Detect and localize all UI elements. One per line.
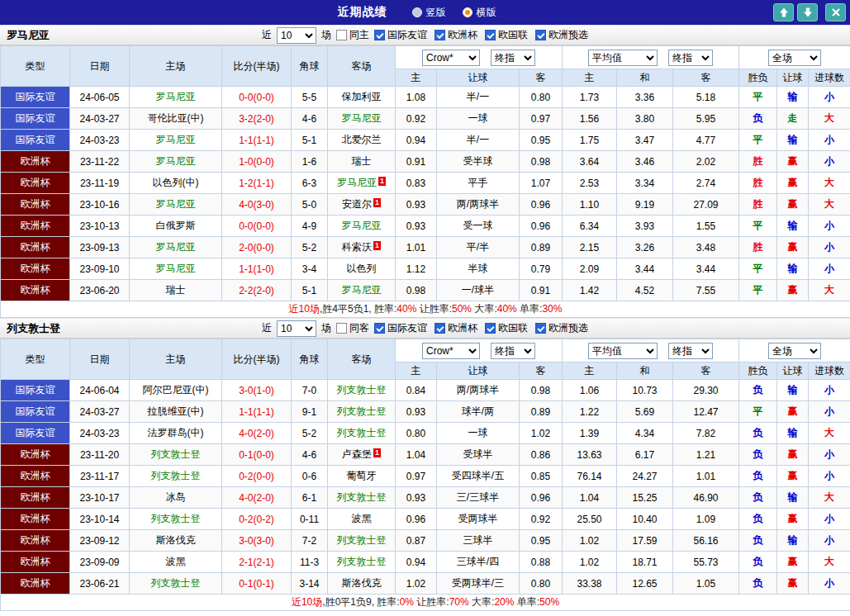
checkbox-checked-icon[interactable] bbox=[535, 30, 546, 40]
euro-home-odds: 1.06 bbox=[563, 380, 617, 401]
asian-close-select[interactable]: 终指 bbox=[491, 50, 535, 66]
league-filter-label: 欧洲杯 bbox=[448, 28, 477, 42]
league-filter-label: 欧洲预选 bbox=[548, 321, 588, 335]
checkbox-checked-icon[interactable] bbox=[485, 323, 496, 334]
euro-draw-odds: 15.25 bbox=[617, 487, 673, 509]
up-arrow-icon bbox=[779, 7, 789, 17]
euro-average-select[interactable]: 平均值 bbox=[588, 343, 658, 359]
team-label: 斯洛伐克 bbox=[342, 577, 382, 589]
euro-draw-odds: 18.71 bbox=[617, 552, 673, 573]
match-count-select[interactable]: 10 bbox=[277, 27, 316, 44]
match-type: 国际友谊 bbox=[1, 423, 70, 444]
bookmaker-select[interactable]: Crow* bbox=[422, 50, 480, 66]
euro-away-odds: 2.02 bbox=[673, 151, 739, 173]
games-label: 场 bbox=[321, 321, 331, 335]
checkbox-checked-icon[interactable] bbox=[434, 323, 445, 334]
away-team: 列支敦士登 bbox=[328, 530, 396, 552]
section-header: 列支敦士登 近 10 场 同客 国际友谊欧洲杯欧国联欧洲预选 bbox=[0, 318, 850, 339]
checkbox-checked-icon[interactable] bbox=[485, 30, 496, 40]
col-header-asian-handicap: 让球 bbox=[437, 362, 520, 380]
scope-select[interactable]: 全场 bbox=[768, 343, 821, 359]
checkbox-checked-icon[interactable] bbox=[535, 323, 546, 334]
asian-handicap: 两/两球半 bbox=[437, 194, 520, 216]
match-type: 欧洲杯 bbox=[1, 237, 70, 258]
handicap-result: 赢 bbox=[777, 280, 809, 301]
match-result: 平 bbox=[739, 130, 777, 151]
radio-unselected-icon[interactable] bbox=[412, 7, 422, 17]
match-date: 23-10-16 bbox=[70, 194, 130, 216]
col-header-euro-away: 客 bbox=[673, 69, 739, 87]
euro-home-odds: 2.15 bbox=[563, 237, 617, 258]
away-team: 罗马尼亚 bbox=[328, 280, 396, 301]
team-label: 哥伦比亚(中) bbox=[148, 112, 204, 124]
checkbox-unchecked-icon[interactable] bbox=[336, 323, 347, 334]
asian-home-odds: 1.08 bbox=[396, 87, 437, 108]
col-header-asian-away: 客 bbox=[520, 69, 563, 87]
euro-home-odds: 1.56 bbox=[563, 108, 617, 130]
team-label: 白俄罗斯 bbox=[156, 220, 196, 231]
match-result: 负 bbox=[739, 108, 777, 130]
euro-close-select[interactable]: 终指 bbox=[668, 50, 713, 66]
euro-odds-controls: 平均值 终指 bbox=[563, 339, 739, 362]
goals-result: 小 bbox=[809, 573, 850, 595]
match-score: 0-1(0-0) bbox=[222, 444, 292, 466]
col-header-asian-home: 主 bbox=[396, 69, 437, 87]
asian-away-odds: 0.89 bbox=[520, 237, 563, 258]
goals-result: 小 bbox=[809, 466, 850, 487]
radio-horizontal-label: 横版 bbox=[477, 6, 496, 20]
league-filter-checkbox[interactable]: 欧洲预选 bbox=[535, 28, 588, 42]
team-label: 列支敦士登 bbox=[337, 534, 387, 546]
asian-home-odds: 0.98 bbox=[396, 280, 437, 301]
goals-result: 小 bbox=[809, 380, 850, 401]
match-row: 欧洲杯23-11-17列支敦士登0-2(0-0)0-6葡萄牙0.97受四球半/五… bbox=[1, 466, 850, 487]
home-team: 瑞士 bbox=[130, 280, 222, 301]
euro-away-odds: 5.18 bbox=[673, 87, 739, 108]
bookmaker-select[interactable]: Crow* bbox=[422, 343, 480, 359]
league-filter-checkbox[interactable]: 欧国联 bbox=[485, 28, 528, 42]
euro-home-odds: 3.64 bbox=[563, 151, 617, 173]
league-filter-checkbox[interactable]: 欧国联 bbox=[485, 321, 528, 335]
games-label: 场 bbox=[321, 28, 331, 42]
close-button[interactable] bbox=[825, 3, 846, 21]
same-venue-checkbox[interactable]: 同主 bbox=[336, 28, 369, 42]
match-result: 负 bbox=[739, 380, 777, 401]
match-score: 0-2(0-0) bbox=[222, 466, 292, 487]
same-venue-checkbox[interactable]: 同客 bbox=[336, 321, 369, 335]
away-team: 以色列 bbox=[328, 258, 396, 280]
asian-close-select[interactable]: 终指 bbox=[491, 343, 535, 359]
checkbox-checked-icon[interactable] bbox=[434, 30, 445, 40]
goals-result: 小 bbox=[809, 237, 850, 258]
asian-home-odds: 1.04 bbox=[396, 444, 437, 466]
corner-score: 5-1 bbox=[292, 280, 328, 301]
checkbox-unchecked-icon[interactable] bbox=[336, 30, 347, 40]
match-count-select[interactable]: 10 bbox=[277, 320, 316, 337]
team-label: 列支敦士登 bbox=[337, 384, 387, 396]
checkbox-checked-icon[interactable] bbox=[374, 30, 385, 40]
scroll-down-button[interactable] bbox=[797, 3, 818, 21]
col-header-date: 日期 bbox=[70, 339, 130, 380]
close-icon bbox=[831, 7, 841, 17]
scroll-up-button[interactable] bbox=[773, 3, 794, 21]
scope-select[interactable]: 全场 bbox=[768, 50, 821, 66]
match-date: 24-06-05 bbox=[70, 87, 130, 108]
goals-result: 小 bbox=[809, 87, 850, 108]
match-row: 欧洲杯23-11-19以色列(中)1-2(1-1)6-3罗马尼亚10.83平手1… bbox=[1, 173, 850, 194]
col-header-euro-home: 主 bbox=[563, 69, 617, 87]
league-filter-checkbox[interactable]: 欧洲杯 bbox=[434, 28, 477, 42]
goals-result: 小 bbox=[809, 444, 850, 466]
match-date: 23-11-19 bbox=[70, 173, 130, 194]
checkbox-checked-icon[interactable] bbox=[374, 323, 385, 334]
euro-average-select[interactable]: 平均值 bbox=[588, 50, 658, 66]
radio-selected-icon[interactable] bbox=[463, 7, 472, 17]
league-filter-checkbox[interactable]: 国际友谊 bbox=[374, 28, 427, 42]
euro-close-select[interactable]: 终指 bbox=[668, 343, 713, 359]
summary-segment: 40% bbox=[497, 303, 517, 315]
league-filter-checkbox[interactable]: 国际友谊 bbox=[374, 321, 427, 335]
layout-radio-vertical[interactable]: 竖版 bbox=[412, 6, 446, 20]
col-header-handicap-result: 让球 bbox=[777, 69, 809, 87]
goals-result: 大 bbox=[809, 194, 850, 216]
red-card-badge: 1 bbox=[373, 241, 381, 250]
layout-radio-horizontal[interactable]: 横版 bbox=[463, 6, 496, 20]
league-filter-checkbox[interactable]: 欧洲杯 bbox=[434, 321, 477, 335]
league-filter-checkbox[interactable]: 欧洲预选 bbox=[535, 321, 588, 335]
